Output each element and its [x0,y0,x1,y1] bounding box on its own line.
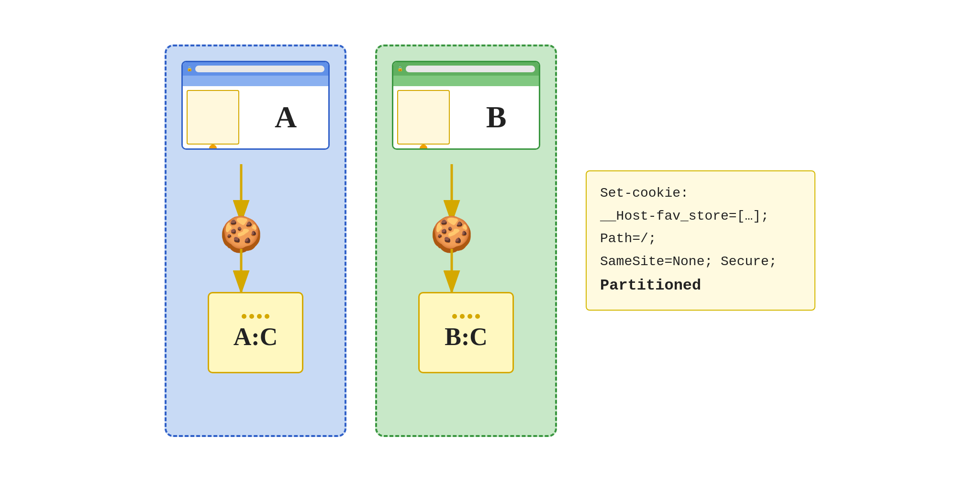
iframe-area-a [187,90,239,145]
partition-b-content: 🍪 B:C [391,164,541,416]
storage-dots-b [452,314,480,319]
storage-label-b: B:C [445,323,488,351]
code-line-1: Set-cookie: [600,182,801,205]
storage-dot-a1 [242,314,246,319]
storage-dot-b3 [468,314,472,319]
storage-dot-b2 [460,314,465,319]
storage-box-b: B:C [418,292,514,373]
url-bar-b [406,66,535,72]
storage-label-a: A:C [234,323,278,351]
storage-dot-b1 [452,314,457,319]
browser-titlebar-a: 🔒 [183,62,328,76]
main-container: 🔒 A 🍪 [145,25,835,456]
storage-dot-a3 [257,314,262,319]
code-box: Set-cookie: __Host-fav_store=[…]; Path=/… [586,170,815,311]
browser-titlebar-b: 🔒 [393,62,539,76]
browser-toolbar-a [183,76,328,86]
code-line-2: __Host-fav_store=[…]; [600,205,801,228]
storage-dot-a4 [265,314,269,319]
browser-content-b: B [393,86,539,148]
browser-window-a: 🔒 A [181,61,330,150]
browser-content-a: A [183,86,328,148]
iframe-connector-a [209,145,217,150]
cookie-b: 🍪 [430,217,473,251]
iframe-area-b [397,90,450,145]
lock-icon-b: 🔒 [397,66,403,71]
browser-toolbar-b [393,76,539,86]
lock-icon-a: 🔒 [187,66,192,71]
browser-label-b: B [454,86,539,148]
iframe-connector-b [420,145,427,150]
storage-box-a: A:C [208,292,303,373]
storage-dot-b4 [475,314,480,319]
arrow-to-storage-b [423,249,480,297]
storage-dot-a2 [249,314,254,319]
arrow-to-storage-a [212,249,270,297]
browser-window-b: 🔒 B [392,61,540,150]
storage-dots-a [242,314,269,319]
partition-a-content: 🍪 A:C [181,164,330,416]
partition-b-box: 🔒 B 🍪 [375,45,557,437]
cookie-a: 🍪 [220,217,263,251]
code-line-4: SameSite=None; Secure; [600,250,801,273]
browser-label-a: A [243,86,328,148]
code-line-5-partitioned: Partitioned [600,273,801,299]
partition-a-box: 🔒 A 🍪 [165,45,346,437]
code-line-3: Path=/; [600,227,801,250]
url-bar-a [195,66,324,72]
